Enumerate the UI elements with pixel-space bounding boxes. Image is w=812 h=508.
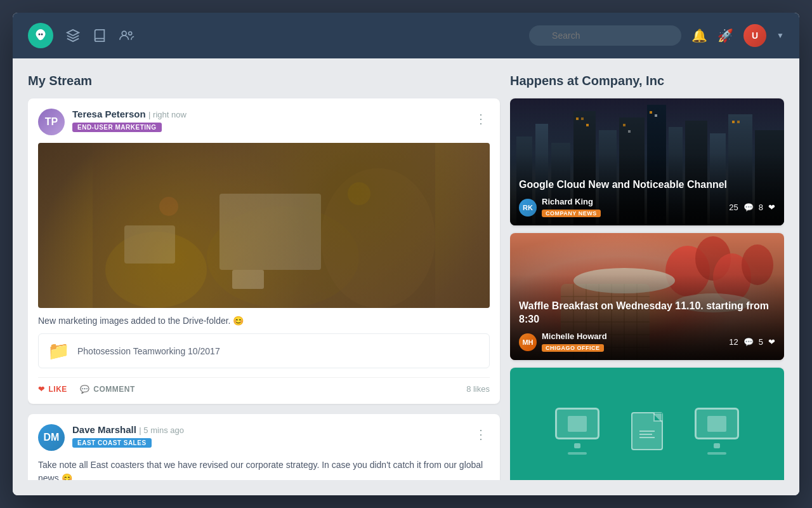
app-window: 🔍 🔔 🚀 U ▼ My Stream TP	[13, 13, 799, 495]
comment-count: 12	[729, 337, 738, 347]
post-header: TP Teresa Peterson | right now END-USER …	[38, 109, 490, 135]
news-tag: CHIGAGO OFFICE	[542, 344, 604, 352]
navbar-right: 🔍 🔔 🚀 U ▼	[529, 24, 784, 47]
post-card: TP Teresa Peterson | right now END-USER …	[28, 98, 500, 404]
rocket-icon[interactable]: 🚀	[717, 28, 733, 43]
comment-label: COMMENT	[93, 385, 135, 394]
news-title: Waffle Breakfast on Wednesday 11.10. sta…	[519, 300, 775, 326]
heart-icon: ❤	[768, 337, 775, 347]
svg-point-1	[41, 34, 43, 36]
folder-icon: 📁	[48, 340, 70, 361]
book-icon[interactable]	[93, 29, 107, 43]
news-author-avatar: RK	[519, 199, 537, 217]
main-content: My Stream TP Teresa Peterson | right now…	[13, 58, 799, 495]
news-author-info: Michelle Howard CHIGAGO OFFICE	[542, 331, 724, 352]
post-tag: EAST COAST SALES	[72, 438, 152, 448]
svg-point-3	[122, 31, 126, 36]
news-card-overlay: Google Cloud New and Noticeable Channel …	[510, 153, 784, 225]
post-time: | 5 mins ago	[139, 425, 184, 435]
svg-marker-2	[67, 30, 79, 36]
layers-icon[interactable]	[66, 29, 80, 43]
post-text: Take note all East coasters that we have…	[38, 458, 490, 480]
news-author-name: Richard King	[542, 197, 724, 206]
search-wrapper: 🔍	[529, 25, 681, 46]
news-stats: 12 💬 5 ❤	[729, 337, 775, 347]
svg-rect-9	[219, 194, 321, 270]
user-avatar[interactable]: U	[743, 24, 766, 47]
navbar-left	[28, 23, 134, 48]
svg-point-11	[159, 197, 178, 216]
news-card[interactable]: Google Cloud New and Noticeable Channel …	[510, 98, 784, 225]
post-more-button[interactable]: ⋮	[472, 109, 490, 129]
post-actions: ❤ LIKE 💬 COMMENT 8 likes	[38, 377, 490, 394]
news-author-row: RK Richard King COMPANY NEWS 25 💬 8 ❤	[519, 197, 775, 218]
news-tag: COMPANY NEWS	[542, 210, 601, 217]
news-title: Google Cloud New and Noticeable Channel	[519, 178, 775, 192]
news-card[interactable]	[510, 368, 784, 480]
post-author-name: Dave Marshall	[72, 424, 136, 435]
post-image	[38, 143, 490, 308]
heart-icon: ❤	[38, 385, 45, 394]
app-logo[interactable]	[28, 23, 53, 48]
post-author-name: Teresa Peterson	[72, 109, 146, 119]
news-stats: 25 💬 8 ❤	[729, 203, 775, 212]
svg-point-0	[39, 34, 41, 36]
like-label: LIKE	[49, 385, 67, 394]
news-author-name: Michelle Howard	[542, 331, 724, 341]
svg-rect-13	[232, 270, 264, 289]
comment-button[interactable]: 💬 COMMENT	[80, 385, 135, 394]
comment-icon: 💬	[743, 337, 754, 347]
notification-bell-icon[interactable]: 🔔	[691, 28, 707, 43]
svg-point-8	[321, 168, 435, 308]
users-icon[interactable]	[119, 29, 134, 43]
post-card: DM Dave Marshall | 5 mins ago EAST COAST…	[28, 414, 500, 480]
post-more-button[interactable]: ⋮	[472, 424, 490, 444]
heart-icon: ❤	[768, 203, 775, 212]
happens-title: Happens at Company, Inc	[510, 74, 784, 88]
svg-rect-10	[124, 225, 175, 264]
like-count: 5	[759, 337, 763, 347]
comment-icon: 💬	[743, 203, 754, 212]
comment-count: 25	[729, 203, 738, 212]
like-count: 8	[759, 203, 763, 212]
folder-name: Photosession Teamworking 10/2017	[77, 346, 220, 356]
device-icon-right	[695, 408, 739, 455]
svg-point-12	[348, 182, 370, 205]
post-time: | right now	[148, 110, 187, 119]
comment-icon: 💬	[80, 385, 90, 394]
post-author-avatar: DM	[38, 424, 65, 451]
post-tag: END-USER MARKETING	[72, 123, 162, 132]
like-count: 8 likes	[466, 384, 490, 394]
like-button[interactable]: ❤ LIKE	[38, 385, 67, 394]
news-card-overlay: Waffle Breakfast on Wednesday 11.10. sta…	[510, 274, 784, 360]
post-text: New marketing images added to the Drive-…	[38, 316, 490, 326]
right-column: Happens at Company, Inc	[510, 74, 784, 480]
post-author-avatar: TP	[38, 109, 65, 135]
post-header: DM Dave Marshall | 5 mins ago EAST COAST…	[38, 424, 490, 451]
svg-point-4	[129, 32, 132, 35]
device-icon-left	[555, 408, 599, 455]
user-menu-dropdown-arrow[interactable]: ▼	[776, 31, 784, 40]
post-author-info: Teresa Peterson | right now END-USER MAR…	[72, 109, 472, 132]
news-author-info: Richard King COMPANY NEWS	[542, 197, 724, 218]
news-author-avatar: MH	[519, 333, 537, 351]
navbar: 🔍 🔔 🚀 U ▼	[13, 13, 799, 58]
news-author-row: MH Michelle Howard CHIGAGO OFFICE 12 💬 5…	[519, 331, 775, 352]
document-icon-center	[631, 412, 663, 450]
news-card[interactable]: Waffle Breakfast on Wednesday 11.10. sta…	[510, 233, 784, 360]
search-input[interactable]	[529, 25, 681, 46]
left-column: My Stream TP Teresa Peterson | right now…	[28, 74, 510, 480]
post-author-info: Dave Marshall | 5 mins ago EAST COAST SA…	[72, 424, 472, 448]
folder-attachment[interactable]: 📁 Photosession Teamworking 10/2017	[38, 333, 490, 368]
stream-title: My Stream	[28, 74, 500, 88]
